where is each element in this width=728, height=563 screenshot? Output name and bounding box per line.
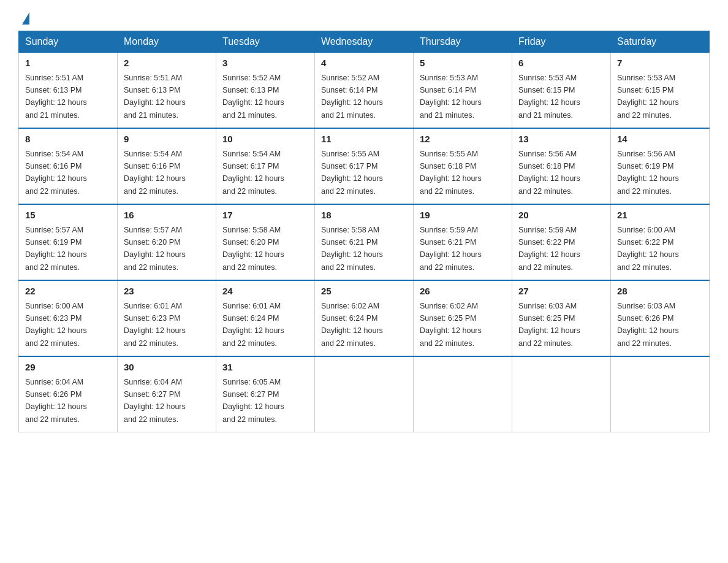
day-info: Sunrise: 6:00 AMSunset: 6:22 PMDaylight:…: [617, 226, 679, 272]
calendar-cell: 9 Sunrise: 5:54 AMSunset: 6:16 PMDayligh…: [118, 128, 216, 204]
day-info: Sunrise: 6:01 AMSunset: 6:24 PMDaylight:…: [222, 302, 284, 348]
calendar-cell: 24 Sunrise: 6:01 AMSunset: 6:24 PMDaylig…: [216, 280, 315, 356]
day-number: 27: [518, 285, 604, 299]
day-number: 11: [321, 132, 407, 147]
day-info: Sunrise: 5:58 AMSunset: 6:20 PMDaylight:…: [222, 226, 284, 272]
calendar-cell: 4 Sunrise: 5:52 AMSunset: 6:14 PMDayligh…: [315, 53, 414, 129]
day-info: Sunrise: 5:53 AMSunset: 6:14 PMDaylight:…: [420, 74, 482, 120]
day-number: 5: [420, 56, 506, 71]
calendar-cell: 19 Sunrise: 5:59 AMSunset: 6:21 PMDaylig…: [414, 204, 512, 280]
calendar-cell: 6 Sunrise: 5:53 AMSunset: 6:15 PMDayligh…: [512, 53, 611, 129]
calendar-cell: 21 Sunrise: 6:00 AMSunset: 6:22 PMDaylig…: [611, 204, 710, 280]
day-number: 12: [420, 132, 506, 147]
day-info: Sunrise: 5:56 AMSunset: 6:19 PMDaylight:…: [617, 150, 679, 196]
week-row-4: 22 Sunrise: 6:00 AMSunset: 6:23 PMDaylig…: [19, 280, 710, 356]
day-number: 3: [222, 56, 308, 71]
day-number: 7: [617, 56, 703, 71]
calendar-cell: 17 Sunrise: 5:58 AMSunset: 6:20 PMDaylig…: [216, 204, 315, 280]
day-number: 31: [222, 361, 308, 375]
day-info: Sunrise: 6:05 AMSunset: 6:27 PMDaylight:…: [222, 378, 284, 424]
day-info: Sunrise: 6:03 AMSunset: 6:25 PMDaylight:…: [518, 302, 580, 348]
header-day-monday: Monday: [118, 31, 216, 53]
header-day-friday: Friday: [512, 31, 611, 53]
calendar-cell: 10 Sunrise: 5:54 AMSunset: 6:17 PMDaylig…: [216, 128, 315, 204]
calendar-cell: 28 Sunrise: 6:03 AMSunset: 6:26 PMDaylig…: [611, 280, 710, 356]
day-info: Sunrise: 5:58 AMSunset: 6:21 PMDaylight:…: [321, 226, 383, 272]
header-day-sunday: Sunday: [19, 31, 118, 53]
header-day-saturday: Saturday: [611, 31, 710, 53]
week-row-3: 15 Sunrise: 5:57 AMSunset: 6:19 PMDaylig…: [19, 204, 710, 280]
day-info: Sunrise: 5:57 AMSunset: 6:20 PMDaylight:…: [124, 226, 186, 272]
calendar-cell: 26 Sunrise: 6:02 AMSunset: 6:25 PMDaylig…: [414, 280, 512, 356]
header-row: SundayMondayTuesdayWednesdayThursdayFrid…: [19, 31, 710, 53]
header-day-wednesday: Wednesday: [315, 31, 414, 53]
page-header: [18, 12, 710, 25]
day-number: 14: [617, 132, 703, 147]
day-info: Sunrise: 6:02 AMSunset: 6:25 PMDaylight:…: [420, 302, 482, 348]
day-info: Sunrise: 5:52 AMSunset: 6:13 PMDaylight:…: [222, 74, 284, 120]
calendar-cell: 2 Sunrise: 5:51 AMSunset: 6:13 PMDayligh…: [118, 53, 216, 129]
day-number: 8: [25, 132, 111, 147]
day-info: Sunrise: 5:56 AMSunset: 6:18 PMDaylight:…: [518, 150, 580, 196]
logo-blue-text: [18, 12, 29, 25]
header-day-thursday: Thursday: [414, 31, 512, 53]
calendar-cell: 8 Sunrise: 5:54 AMSunset: 6:16 PMDayligh…: [19, 128, 118, 204]
calendar-cell: 29 Sunrise: 6:04 AMSunset: 6:26 PMDaylig…: [19, 356, 118, 432]
day-number: 19: [420, 209, 506, 223]
calendar-cell: 14 Sunrise: 5:56 AMSunset: 6:19 PMDaylig…: [611, 128, 710, 204]
calendar-cell: 12 Sunrise: 5:55 AMSunset: 6:18 PMDaylig…: [414, 128, 512, 204]
day-info: Sunrise: 5:54 AMSunset: 6:16 PMDaylight:…: [124, 150, 186, 196]
header-day-tuesday: Tuesday: [216, 31, 315, 53]
calendar-cell: 18 Sunrise: 5:58 AMSunset: 6:21 PMDaylig…: [315, 204, 414, 280]
day-info: Sunrise: 5:52 AMSunset: 6:14 PMDaylight:…: [321, 74, 383, 120]
calendar-table: SundayMondayTuesdayWednesdayThursdayFrid…: [18, 31, 710, 432]
calendar-cell: 5 Sunrise: 5:53 AMSunset: 6:14 PMDayligh…: [414, 53, 512, 129]
calendar-cell: [414, 356, 512, 432]
calendar-cell: 27 Sunrise: 6:03 AMSunset: 6:25 PMDaylig…: [512, 280, 611, 356]
day-number: 22: [25, 285, 111, 299]
day-info: Sunrise: 5:59 AMSunset: 6:22 PMDaylight:…: [518, 226, 580, 272]
day-number: 18: [321, 209, 407, 223]
day-info: Sunrise: 6:03 AMSunset: 6:26 PMDaylight:…: [617, 302, 679, 348]
calendar-cell: 7 Sunrise: 5:53 AMSunset: 6:15 PMDayligh…: [611, 53, 710, 129]
day-info: Sunrise: 6:04 AMSunset: 6:27 PMDaylight:…: [124, 378, 186, 424]
logo: [18, 12, 29, 25]
calendar-cell: 13 Sunrise: 5:56 AMSunset: 6:18 PMDaylig…: [512, 128, 611, 204]
day-number: 24: [222, 285, 308, 299]
day-info: Sunrise: 5:59 AMSunset: 6:21 PMDaylight:…: [420, 226, 482, 272]
logo-triangle-icon: [22, 12, 29, 25]
day-info: Sunrise: 5:51 AMSunset: 6:13 PMDaylight:…: [124, 74, 186, 120]
day-number: 1: [25, 56, 111, 71]
day-number: 13: [518, 132, 604, 147]
day-info: Sunrise: 5:53 AMSunset: 6:15 PMDaylight:…: [518, 74, 580, 120]
day-info: Sunrise: 5:51 AMSunset: 6:13 PMDaylight:…: [25, 74, 87, 120]
day-info: Sunrise: 6:01 AMSunset: 6:23 PMDaylight:…: [124, 302, 186, 348]
week-row-2: 8 Sunrise: 5:54 AMSunset: 6:16 PMDayligh…: [19, 128, 710, 204]
calendar-cell: [512, 356, 611, 432]
day-info: Sunrise: 6:04 AMSunset: 6:26 PMDaylight:…: [25, 378, 87, 424]
day-number: 6: [518, 56, 604, 71]
day-number: 4: [321, 56, 407, 71]
day-info: Sunrise: 5:57 AMSunset: 6:19 PMDaylight:…: [25, 226, 87, 272]
week-row-1: 1 Sunrise: 5:51 AMSunset: 6:13 PMDayligh…: [19, 53, 710, 129]
day-info: Sunrise: 6:00 AMSunset: 6:23 PMDaylight:…: [25, 302, 87, 348]
day-number: 26: [420, 285, 506, 299]
day-info: Sunrise: 5:54 AMSunset: 6:16 PMDaylight:…: [25, 150, 87, 196]
day-info: Sunrise: 5:55 AMSunset: 6:17 PMDaylight:…: [321, 150, 383, 196]
week-row-5: 29 Sunrise: 6:04 AMSunset: 6:26 PMDaylig…: [19, 356, 710, 432]
day-number: 29: [25, 361, 111, 375]
calendar-cell: 11 Sunrise: 5:55 AMSunset: 6:17 PMDaylig…: [315, 128, 414, 204]
day-number: 20: [518, 209, 604, 223]
day-number: 28: [617, 285, 703, 299]
calendar-cell: 30 Sunrise: 6:04 AMSunset: 6:27 PMDaylig…: [118, 356, 216, 432]
calendar-cell: [315, 356, 414, 432]
calendar-cell: 31 Sunrise: 6:05 AMSunset: 6:27 PMDaylig…: [216, 356, 315, 432]
day-number: 15: [25, 209, 111, 223]
day-number: 23: [124, 285, 210, 299]
calendar-cell: 25 Sunrise: 6:02 AMSunset: 6:24 PMDaylig…: [315, 280, 414, 356]
day-number: 21: [617, 209, 703, 223]
day-number: 16: [124, 209, 210, 223]
calendar-cell: 22 Sunrise: 6:00 AMSunset: 6:23 PMDaylig…: [19, 280, 118, 356]
day-info: Sunrise: 5:55 AMSunset: 6:18 PMDaylight:…: [420, 150, 482, 196]
calendar-cell: 15 Sunrise: 5:57 AMSunset: 6:19 PMDaylig…: [19, 204, 118, 280]
